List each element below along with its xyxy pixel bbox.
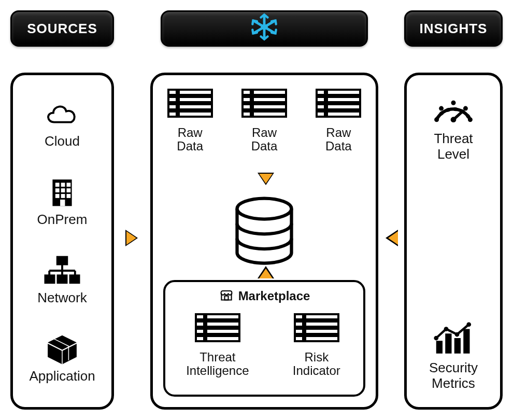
- svg-rect-14: [60, 200, 65, 206]
- header-center-brand: [161, 10, 368, 47]
- header-sources: SOURCES: [10, 10, 114, 47]
- svg-rect-9: [61, 188, 65, 192]
- header-insights-label: INSIGHTS: [420, 21, 488, 37]
- table-icon: [192, 310, 244, 348]
- marketplace-box: Marketplace Threat Intelligence: [163, 280, 365, 397]
- svg-rect-65: [305, 314, 338, 319]
- source-application: Application: [29, 333, 95, 384]
- rawdata-label-1: Raw Data: [177, 126, 203, 153]
- svg-rect-5: [55, 183, 60, 187]
- rawdata-label-2: Raw Data: [251, 126, 278, 153]
- building-icon: [42, 176, 82, 211]
- svg-point-76: [451, 101, 456, 105]
- svg-line-73: [453, 111, 463, 120]
- insight-threat-level: Threat Level: [430, 91, 477, 162]
- rawdata-label-3: Raw Data: [325, 126, 352, 153]
- source-onprem: OnPrem: [37, 176, 88, 228]
- table-icon: [238, 86, 290, 124]
- svg-rect-10: [67, 188, 71, 192]
- svg-rect-56: [196, 314, 204, 319]
- insights-panel: Threat Level Secur: [404, 73, 503, 410]
- database: [153, 194, 376, 274]
- svg-rect-62: [196, 336, 204, 341]
- gauge-icon: [430, 91, 477, 129]
- svg-rect-38: [243, 90, 251, 95]
- svg-rect-36: [168, 111, 177, 117]
- svg-rect-39: [253, 90, 286, 95]
- svg-rect-69: [305, 329, 338, 334]
- svg-rect-67: [305, 321, 338, 327]
- source-application-label: Application: [29, 368, 95, 384]
- header-insights: INSIGHTS: [404, 10, 503, 47]
- sources-panel: Cloud OnPrem: [10, 73, 114, 410]
- svg-rect-59: [206, 321, 239, 327]
- svg-rect-58: [196, 321, 204, 327]
- cloud-icon: [42, 98, 82, 132]
- rawdata-item-2: Raw Data: [238, 86, 290, 153]
- marketplace-title-text: Marketplace: [238, 289, 310, 303]
- svg-point-75: [439, 106, 444, 111]
- svg-point-86: [466, 323, 471, 327]
- svg-rect-37: [179, 111, 212, 117]
- svg-rect-6: [61, 183, 65, 187]
- insight-threat-level-label: Threat Level: [434, 131, 473, 162]
- svg-rect-60: [196, 329, 204, 334]
- svg-point-85: [455, 332, 460, 337]
- svg-rect-41: [253, 97, 286, 102]
- svg-rect-55: [224, 296, 228, 300]
- table-icon: [164, 86, 216, 124]
- svg-rect-71: [305, 336, 338, 341]
- insight-security-metrics: Security Metrics: [429, 320, 478, 391]
- marketplace-risk-indicator-label: Risk Indicator: [293, 351, 340, 378]
- source-cloud: Cloud: [42, 98, 82, 149]
- marketplace-risk-indicator: Risk Indicator: [291, 310, 343, 378]
- svg-rect-32: [168, 97, 177, 102]
- insight-security-metrics-label: Security Metrics: [429, 360, 478, 391]
- svg-point-74: [434, 117, 439, 122]
- svg-rect-35: [179, 104, 212, 109]
- svg-rect-50: [317, 104, 325, 109]
- marketplace-title: Marketplace: [165, 287, 363, 305]
- svg-rect-80: [445, 333, 451, 354]
- svg-rect-70: [295, 336, 303, 341]
- svg-rect-40: [243, 97, 251, 102]
- database-icon: [225, 194, 303, 274]
- rawdata-item-3: Raw Data: [312, 86, 364, 153]
- chart-icon: [430, 320, 477, 358]
- svg-point-54: [237, 199, 292, 219]
- svg-rect-42: [243, 104, 251, 109]
- center-panel: Raw Data Raw Data: [150, 73, 378, 410]
- svg-rect-30: [168, 90, 177, 95]
- package-icon: [42, 333, 82, 367]
- svg-rect-82: [463, 329, 469, 354]
- svg-rect-45: [253, 111, 286, 117]
- table-icon: [312, 86, 364, 124]
- svg-rect-66: [295, 321, 303, 327]
- svg-rect-12: [61, 194, 65, 198]
- svg-rect-44: [243, 111, 251, 117]
- svg-point-84: [444, 327, 449, 331]
- source-network-label: Network: [37, 290, 87, 306]
- svg-rect-47: [327, 90, 360, 95]
- svg-rect-79: [436, 341, 443, 354]
- svg-rect-53: [327, 111, 360, 117]
- svg-rect-34: [168, 104, 177, 109]
- svg-rect-61: [206, 329, 239, 334]
- marketplace-threat-intel-label: Threat Intelligence: [186, 351, 249, 378]
- svg-rect-11: [55, 194, 60, 198]
- source-network: Network: [37, 255, 87, 306]
- svg-rect-48: [317, 97, 325, 102]
- svg-rect-52: [317, 111, 325, 117]
- marketplace-threat-intel: Threat Intelligence: [186, 310, 249, 378]
- rawdata-row: Raw Data Raw Data: [153, 86, 376, 153]
- network-icon: [42, 255, 82, 289]
- svg-point-78: [468, 117, 473, 122]
- svg-rect-63: [206, 336, 239, 341]
- snowflake-icon: [250, 13, 278, 45]
- svg-point-77: [463, 106, 468, 111]
- svg-rect-22: [58, 275, 66, 283]
- source-cloud-label: Cloud: [45, 133, 80, 149]
- svg-rect-8: [55, 188, 60, 192]
- svg-rect-13: [67, 194, 71, 198]
- store-icon: [219, 287, 238, 305]
